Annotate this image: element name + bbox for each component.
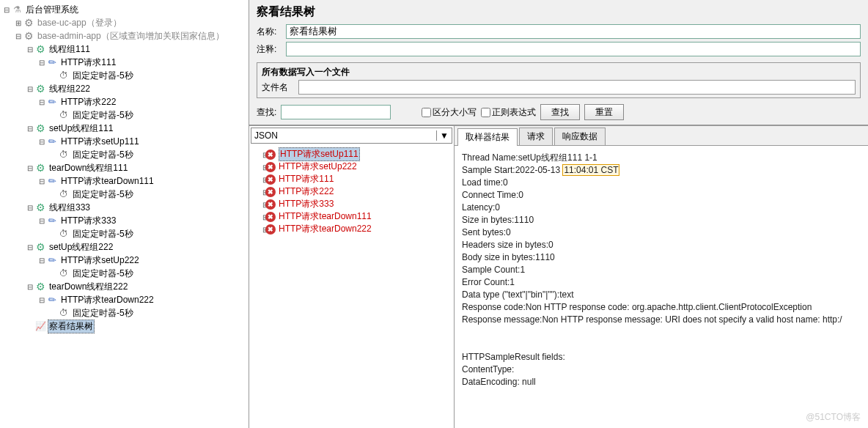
toggle-collapse-icon[interactable]: ⊟ bbox=[27, 125, 33, 133]
reset-button[interactable]: 重置 bbox=[584, 104, 624, 120]
tree-item-teardown1-timer[interactable]: ⏱固定定时器-5秒 bbox=[3, 188, 246, 201]
regex-checkbox-label[interactable]: 正则表达式 bbox=[481, 106, 536, 119]
tree-label: 察看结果树 bbox=[48, 320, 95, 333]
result-label: HTTP请求tearDown222 bbox=[279, 223, 372, 235]
renderer-dropdown[interactable]: JSON ▼ bbox=[251, 128, 452, 144]
tree-item-teardown1[interactable]: ⊟⚙tearDown线程组111 bbox=[3, 161, 246, 174]
case-checkbox-label[interactable]: 区分大小写 bbox=[422, 106, 477, 119]
tree-item-setup2-http[interactable]: ⊟✎HTTP请求setUp222 bbox=[3, 254, 246, 267]
detail-line: Sample Count:1 bbox=[462, 264, 861, 276]
toggle-collapse-icon[interactable]: ⊟ bbox=[15, 32, 21, 40]
tree-item-setup1-http[interactable]: ⊟✎HTTP请求setUp111 bbox=[3, 135, 246, 148]
tree-label: 线程组333 bbox=[48, 202, 92, 214]
result-label: HTTP请求333 bbox=[279, 198, 334, 210]
tree-item-viewresults[interactable]: 📈察看结果树 bbox=[3, 320, 246, 333]
toggle-collapse-icon[interactable]: ⊟ bbox=[27, 45, 33, 54]
tab-response[interactable]: 响应数据 bbox=[554, 128, 606, 145]
detail-line: DataEncoding: null bbox=[462, 376, 861, 388]
detail-line: Size in bytes:1110 bbox=[462, 214, 861, 226]
detail-line: Body size in bytes:1110 bbox=[462, 251, 861, 264]
regex-checkbox[interactable] bbox=[481, 108, 490, 117]
detail-line: Connect Time:0 bbox=[462, 189, 861, 202]
notes-input[interactable] bbox=[286, 42, 861, 56]
tree-item-tg2-http[interactable]: ⊟✎HTTP请求222 bbox=[3, 95, 246, 108]
tree-item-setup1[interactable]: ⊟⚙setUp线程组111 bbox=[3, 122, 246, 135]
tree-label: 线程组222 bbox=[48, 83, 92, 95]
result-item[interactable]: ⊞✖HTTP请求setUp222 bbox=[252, 160, 451, 173]
toggle-collapse-icon[interactable]: ⊟ bbox=[27, 283, 33, 291]
error-icon: ✖ bbox=[265, 174, 276, 185]
result-item[interactable]: ⊞✖HTTP请求tearDown111 bbox=[252, 210, 451, 223]
tree-label: HTTP请求tearDown111 bbox=[59, 175, 155, 188]
tree-item-tg3-http[interactable]: ⊟✎HTTP请求333 bbox=[3, 214, 246, 227]
tree-item-tg1-timer[interactable]: ⏱固定定时器-5秒 bbox=[3, 69, 246, 82]
tab-request[interactable]: 请求 bbox=[519, 128, 553, 145]
toggle-collapse-icon[interactable]: ⊟ bbox=[27, 85, 33, 93]
tree-root[interactable]: ⊟ ⚗ 后台管理系统 bbox=[3, 3, 246, 16]
dropdown-value: JSON bbox=[254, 130, 278, 141]
search-input[interactable] bbox=[281, 105, 391, 119]
result-item[interactable]: ⊞✖HTTP请求333 bbox=[252, 198, 451, 210]
timer-icon: ⏱ bbox=[59, 110, 68, 120]
tab-sampler-result[interactable]: 取样器结果 bbox=[457, 128, 518, 146]
tree-item-teardown2-http[interactable]: ⊟✎HTTP请求tearDown222 bbox=[3, 293, 246, 306]
tree-item-tg2[interactable]: ⊟⚙线程组222 bbox=[3, 82, 246, 95]
tree-item-baseuc[interactable]: ⊞ ⚙ base-uc-app（登录） bbox=[3, 16, 246, 29]
detail-line: Thread Name:setUp线程组111 1-1 bbox=[462, 152, 861, 164]
tree-item-teardown1-http[interactable]: ⊟✎HTTP请求tearDown111 bbox=[3, 174, 246, 188]
notes-label: 注释: bbox=[257, 43, 286, 56]
toggle-collapse-icon[interactable]: ⊟ bbox=[39, 257, 45, 265]
gear-icon: ⚙ bbox=[36, 43, 45, 55]
case-checkbox[interactable] bbox=[422, 108, 431, 117]
result-item[interactable]: ⊞✖HTTP请求222 bbox=[252, 185, 451, 198]
results-icon: 📈 bbox=[35, 321, 46, 331]
right-panel: 察看结果树 名称: 注释: 所有数据写入一个文件 文件名 查找: 区分大小写 正… bbox=[249, 0, 868, 428]
tree-label: 固定定时器-5秒 bbox=[71, 70, 135, 82]
detail-line: Data type ("text"|"bin"|""):text bbox=[462, 289, 861, 301]
toggle-collapse-icon[interactable]: ⊟ bbox=[27, 243, 33, 251]
toggle-collapse-icon[interactable]: ⊟ bbox=[39, 217, 45, 225]
tree-label: base-admin-app（区域查询增加关联国家信息） bbox=[36, 30, 226, 43]
tree-item-teardown2[interactable]: ⊟⚙tearDown线程组222 bbox=[3, 280, 246, 293]
tree-item-setup2-timer[interactable]: ⏱固定定时器-5秒 bbox=[3, 267, 246, 280]
toggle-collapse-icon[interactable]: ⊟ bbox=[4, 6, 10, 14]
detail-line: Response message:Non HTTP response messa… bbox=[462, 314, 861, 326]
tree-item-tg1-http[interactable]: ⊟✎HTTP请求111 bbox=[3, 56, 246, 69]
gear-icon: ⚙ bbox=[36, 241, 45, 253]
tree-item-tg3-timer[interactable]: ⏱固定定时器-5秒 bbox=[3, 227, 246, 240]
toggle-collapse-icon[interactable]: ⊟ bbox=[39, 177, 45, 185]
tree-item-baseadmin[interactable]: ⊟ ⚙ base-admin-app（区域查询增加关联国家信息） bbox=[3, 29, 246, 43]
result-item[interactable]: ⊞✖HTTP请求111 bbox=[252, 173, 451, 185]
tree-panel: ⊟ ⚗ 后台管理系统 ⊞ ⚙ base-uc-app（登录） ⊟ ⚙ base-… bbox=[0, 0, 249, 428]
http-icon: ✎ bbox=[45, 135, 59, 149]
toggle-collapse-icon[interactable]: ⊟ bbox=[39, 296, 45, 304]
toggle-collapse-icon[interactable]: ⊟ bbox=[39, 138, 45, 146]
result-label: HTTP请求111 bbox=[279, 173, 334, 185]
tree-item-tg2-timer[interactable]: ⏱固定定时器-5秒 bbox=[3, 108, 246, 122]
file-label: 文件名 bbox=[262, 81, 298, 94]
result-item[interactable]: ⊞✖HTTP请求setUp111 bbox=[252, 148, 451, 160]
tree-item-setup1-timer[interactable]: ⏱固定定时器-5秒 bbox=[3, 148, 246, 161]
toggle-collapse-icon[interactable]: ⊟ bbox=[27, 204, 33, 212]
gear-icon: ⚙ bbox=[36, 122, 45, 134]
detail-line: Load time:0 bbox=[462, 177, 861, 189]
tree-item-tg3[interactable]: ⊟⚙线程组333 bbox=[3, 201, 246, 214]
toggle-collapse-icon[interactable]: ⊟ bbox=[39, 98, 45, 106]
find-button[interactable]: 查找 bbox=[540, 104, 580, 120]
tree-label: 固定定时器-5秒 bbox=[71, 109, 135, 122]
tree-item-tg1[interactable]: ⊟⚙线程组111 bbox=[3, 43, 246, 56]
tree-item-teardown2-timer[interactable]: ⏱固定定时器-5秒 bbox=[3, 306, 246, 320]
name-label: 名称: bbox=[257, 26, 286, 38]
toggle-collapse-icon[interactable]: ⊟ bbox=[27, 164, 33, 172]
result-item[interactable]: ⊞✖HTTP请求tearDown222 bbox=[252, 223, 451, 235]
gear-icon: ⚙ bbox=[36, 202, 45, 213]
filename-input[interactable] bbox=[298, 80, 856, 95]
tree-item-setup2[interactable]: ⊟⚙setUp线程组222 bbox=[3, 240, 246, 254]
toggle-collapse-icon[interactable]: ⊟ bbox=[39, 59, 45, 67]
tree-label: HTTP请求setUp111 bbox=[59, 136, 141, 148]
toggle-expand-icon[interactable]: ⊞ bbox=[15, 19, 21, 27]
result-label: HTTP请求setUp111 bbox=[279, 147, 360, 161]
tree-label: 固定定时器-5秒 bbox=[71, 307, 135, 320]
tree-label: HTTP请求222 bbox=[59, 96, 117, 108]
name-input[interactable] bbox=[286, 24, 861, 39]
